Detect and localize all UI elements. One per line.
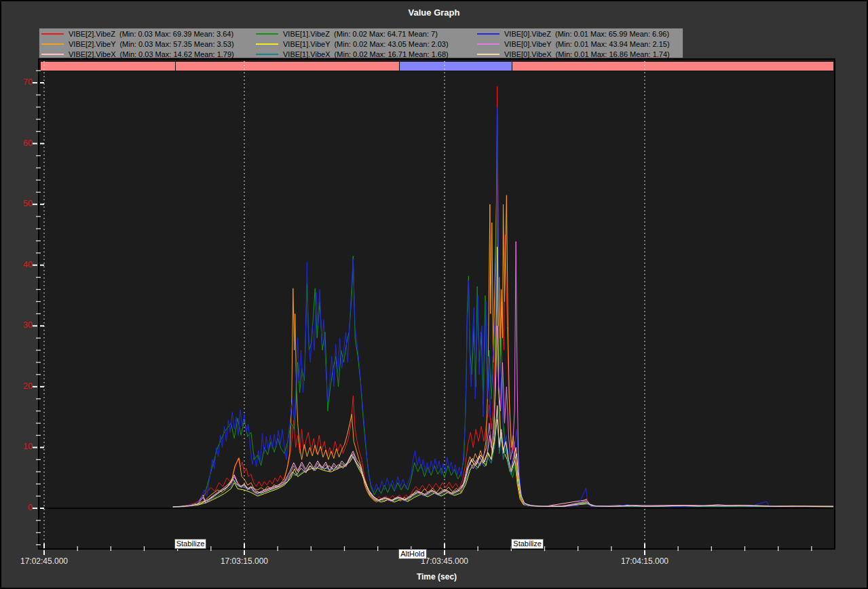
legend-entry-VIBE[2].VibeX[interactable]: VIBE[2].VibeX (Min: 0.03 Max: 14.62 Mean… xyxy=(41,49,234,59)
legend-line-swatch-icon xyxy=(477,54,499,55)
legend-entry-VIBE[1].VibeX[interactable]: VIBE[1].VibeX (Min: 0.02 Max: 16.71 Mean… xyxy=(256,49,449,59)
legend: VIBE[2].VibeZ (Min: 0.03 Max: 69.39 Mean… xyxy=(39,28,683,58)
legend-entry-VIBE[0].VibeX[interactable]: VIBE[0].VibeX (Min: 0.01 Max: 16.86 Mean… xyxy=(477,49,670,59)
legend-entry-label: VIBE[2].VibeY (Min: 0.03 Max: 57.35 Mean… xyxy=(69,40,234,48)
legend-entry-VIBE[1].VibeY[interactable]: VIBE[1].VibeY (Min: 0.02 Max: 43.05 Mean… xyxy=(256,39,449,49)
legend-line-swatch-icon xyxy=(477,43,499,45)
legend-entry-label: VIBE[1].VibeY (Min: 0.02 Max: 43.05 Mean… xyxy=(283,40,449,48)
y-tick-label: 70 xyxy=(3,77,33,87)
legend-entry-label: VIBE[1].VibeZ (Min: 0.02 Max: 64.71 Mean… xyxy=(283,30,438,38)
legend-entry-label: VIBE[0].VibeY (Min: 0.01 Max: 43.94 Mean… xyxy=(504,40,670,48)
legend-entry-VIBE[2].VibeZ[interactable]: VIBE[2].VibeZ (Min: 0.03 Max: 69.39 Mean… xyxy=(41,28,233,39)
x-axis-title: Time (sec) xyxy=(38,572,835,582)
x-tick-label: 17:03:45.000 xyxy=(404,556,485,566)
legend-line-swatch-icon xyxy=(41,54,64,55)
graph-title: Value Graph xyxy=(1,7,867,18)
legend-line-swatch-icon xyxy=(41,43,64,45)
y-tick-label: 60 xyxy=(3,138,33,148)
legend-entry-VIBE[2].VibeY[interactable]: VIBE[2].VibeY (Min: 0.03 Max: 57.35 Mean… xyxy=(41,39,234,49)
legend-line-swatch-icon xyxy=(256,43,278,45)
legend-entry-label: VIBE[2].VibeZ (Min: 0.03 Max: 69.39 Mean… xyxy=(69,30,233,38)
y-tick-label: 30 xyxy=(3,320,33,330)
legend-entry-label: VIBE[2].VibeX (Min: 0.03 Max: 14.62 Mean… xyxy=(69,50,234,58)
x-tick-label: 17:04:15.000 xyxy=(604,556,685,566)
legend-line-swatch-icon xyxy=(256,54,278,55)
legend-entry-VIBE[0].VibeY[interactable]: VIBE[0].VibeY (Min: 0.01 Max: 43.94 Mean… xyxy=(477,39,670,49)
legend-entry-VIBE[1].VibeZ[interactable]: VIBE[1].VibeZ (Min: 0.02 Max: 64.71 Mean… xyxy=(256,28,438,39)
legend-line-swatch-icon xyxy=(477,33,499,35)
y-tick-label: 10 xyxy=(3,442,33,451)
value-graph-window: Value Graph VIBE[2].VibeZ (Min: 0.03 Max… xyxy=(0,0,868,589)
x-tick-label: 17:02:45.000 xyxy=(3,556,85,566)
plot-area[interactable] xyxy=(38,58,835,550)
y-tick-label: 40 xyxy=(3,260,33,269)
y-tick-label: 0 xyxy=(3,503,33,512)
mode-label-AltHold: AltHold xyxy=(398,549,426,559)
legend-entry-label: VIBE[0].VibeX (Min: 0.01 Max: 16.86 Mean… xyxy=(504,50,670,58)
legend-entry-label: VIBE[1].VibeX (Min: 0.02 Max: 16.71 Mean… xyxy=(283,50,449,58)
y-tick-label: 20 xyxy=(3,381,33,391)
legend-line-swatch-icon xyxy=(256,33,278,35)
x-tick-label: 17:03:15.000 xyxy=(204,556,285,566)
y-tick-label: 50 xyxy=(3,199,33,208)
legend-line-swatch-icon xyxy=(41,33,64,35)
legend-entry-VIBE[0].VibeZ[interactable]: VIBE[0].VibeZ (Min: 0.01 Max: 65.99 Mean… xyxy=(477,28,669,39)
legend-entry-label: VIBE[0].VibeZ (Min: 0.01 Max: 65.99 Mean… xyxy=(504,30,669,38)
